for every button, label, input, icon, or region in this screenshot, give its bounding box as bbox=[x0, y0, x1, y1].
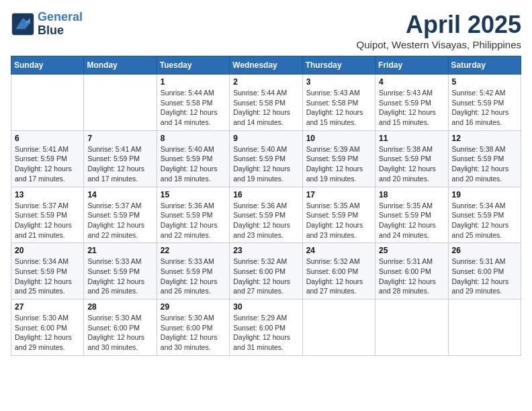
day-info: Sunrise: 5:34 AM Sunset: 5:59 PM Dayligh… bbox=[15, 257, 80, 296]
calendar-day-25: 25Sunrise: 5:31 AM Sunset: 6:00 PM Dayli… bbox=[375, 243, 448, 300]
day-number: 8 bbox=[161, 134, 226, 143]
day-info: Sunrise: 5:40 AM Sunset: 5:59 PM Dayligh… bbox=[233, 144, 298, 184]
calendar-day-16: 16Sunrise: 5:36 AM Sunset: 5:59 PM Dayli… bbox=[230, 187, 302, 243]
day-number: 17 bbox=[306, 190, 371, 199]
weekday-header-tuesday: Tuesday bbox=[157, 56, 229, 75]
logo: General Blue bbox=[11, 11, 83, 38]
day-info: Sunrise: 5:36 AM Sunset: 5:59 PM Dayligh… bbox=[161, 201, 226, 240]
day-number: 20 bbox=[15, 246, 80, 255]
day-number: 25 bbox=[379, 246, 444, 255]
calendar-empty bbox=[302, 300, 375, 356]
calendar-body: 1Sunrise: 5:44 AM Sunset: 5:58 PM Daylig… bbox=[11, 75, 521, 356]
day-info: Sunrise: 5:37 AM Sunset: 5:59 PM Dayligh… bbox=[15, 201, 80, 240]
calendar-empty bbox=[11, 75, 84, 131]
day-number: 22 bbox=[161, 246, 226, 255]
logo-text: General Blue bbox=[38, 11, 83, 38]
calendar-day-15: 15Sunrise: 5:36 AM Sunset: 5:59 PM Dayli… bbox=[157, 187, 229, 243]
day-number: 26 bbox=[452, 246, 517, 255]
day-info: Sunrise: 5:43 AM Sunset: 5:59 PM Dayligh… bbox=[379, 88, 444, 128]
day-number: 16 bbox=[233, 190, 298, 199]
calendar-day-6: 6Sunrise: 5:41 AM Sunset: 5:59 PM Daylig… bbox=[11, 130, 84, 187]
location: Quipot, Western Visayas, Philippines bbox=[357, 39, 521, 50]
calendar-week-2: 6Sunrise: 5:41 AM Sunset: 5:59 PM Daylig… bbox=[11, 130, 521, 187]
day-info: Sunrise: 5:38 AM Sunset: 5:59 PM Dayligh… bbox=[379, 144, 444, 184]
calendar-day-11: 11Sunrise: 5:38 AM Sunset: 5:59 PM Dayli… bbox=[375, 130, 448, 187]
calendar-day-20: 20Sunrise: 5:34 AM Sunset: 5:59 PM Dayli… bbox=[11, 243, 84, 300]
calendar-day-24: 24Sunrise: 5:32 AM Sunset: 6:00 PM Dayli… bbox=[302, 243, 375, 300]
day-info: Sunrise: 5:32 AM Sunset: 6:00 PM Dayligh… bbox=[306, 257, 371, 296]
calendar-day-13: 13Sunrise: 5:37 AM Sunset: 5:59 PM Dayli… bbox=[11, 187, 84, 243]
day-info: Sunrise: 5:44 AM Sunset: 5:58 PM Dayligh… bbox=[161, 88, 226, 128]
calendar-day-30: 30Sunrise: 5:29 AM Sunset: 6:00 PM Dayli… bbox=[230, 300, 302, 356]
day-info: Sunrise: 5:31 AM Sunset: 6:00 PM Dayligh… bbox=[379, 257, 444, 296]
calendar-empty bbox=[448, 300, 521, 356]
weekday-header-thursday: Thursday bbox=[302, 56, 375, 75]
calendar-day-9: 9Sunrise: 5:40 AM Sunset: 5:59 PM Daylig… bbox=[230, 130, 302, 187]
title-block: April 2025 Quipot, Western Visayas, Phil… bbox=[357, 11, 521, 50]
day-number: 14 bbox=[87, 190, 152, 199]
day-info: Sunrise: 5:38 AM Sunset: 5:59 PM Dayligh… bbox=[452, 144, 517, 184]
day-number: 11 bbox=[379, 134, 444, 143]
calendar-day-21: 21Sunrise: 5:33 AM Sunset: 5:59 PM Dayli… bbox=[84, 243, 157, 300]
calendar-day-17: 17Sunrise: 5:35 AM Sunset: 5:59 PM Dayli… bbox=[302, 187, 375, 243]
day-number: 9 bbox=[233, 134, 298, 143]
calendar-day-7: 7Sunrise: 5:41 AM Sunset: 5:59 PM Daylig… bbox=[84, 130, 157, 187]
weekday-header-saturday: Saturday bbox=[448, 56, 521, 75]
calendar-day-10: 10Sunrise: 5:39 AM Sunset: 5:59 PM Dayli… bbox=[302, 130, 375, 187]
calendar-day-1: 1Sunrise: 5:44 AM Sunset: 5:58 PM Daylig… bbox=[157, 75, 229, 131]
day-info: Sunrise: 5:37 AM Sunset: 5:59 PM Dayligh… bbox=[87, 201, 152, 240]
calendar-day-4: 4Sunrise: 5:43 AM Sunset: 5:59 PM Daylig… bbox=[375, 75, 448, 131]
day-info: Sunrise: 5:30 AM Sunset: 6:00 PM Dayligh… bbox=[87, 313, 152, 353]
day-number: 30 bbox=[233, 302, 298, 312]
day-info: Sunrise: 5:29 AM Sunset: 6:00 PM Dayligh… bbox=[233, 313, 298, 353]
day-info: Sunrise: 5:30 AM Sunset: 6:00 PM Dayligh… bbox=[15, 313, 80, 353]
day-number: 12 bbox=[452, 134, 517, 143]
day-number: 15 bbox=[161, 190, 226, 199]
calendar-day-28: 28Sunrise: 5:30 AM Sunset: 6:00 PM Dayli… bbox=[84, 300, 157, 356]
day-info: Sunrise: 5:41 AM Sunset: 5:59 PM Dayligh… bbox=[15, 144, 80, 184]
day-number: 13 bbox=[15, 190, 80, 199]
calendar-week-1: 1Sunrise: 5:44 AM Sunset: 5:58 PM Daylig… bbox=[11, 75, 521, 131]
calendar-day-19: 19Sunrise: 5:34 AM Sunset: 5:59 PM Dayli… bbox=[448, 187, 521, 243]
day-number: 24 bbox=[306, 246, 371, 255]
calendar-day-5: 5Sunrise: 5:42 AM Sunset: 5:59 PM Daylig… bbox=[448, 75, 521, 131]
day-number: 1 bbox=[161, 77, 226, 87]
calendar-week-5: 27Sunrise: 5:30 AM Sunset: 6:00 PM Dayli… bbox=[11, 300, 521, 356]
calendar-day-12: 12Sunrise: 5:38 AM Sunset: 5:59 PM Dayli… bbox=[448, 130, 521, 187]
day-number: 21 bbox=[87, 246, 152, 255]
calendar-empty bbox=[84, 75, 157, 131]
day-info: Sunrise: 5:36 AM Sunset: 5:59 PM Dayligh… bbox=[233, 201, 298, 240]
weekday-header-wednesday: Wednesday bbox=[230, 56, 302, 75]
day-number: 10 bbox=[306, 134, 371, 143]
day-number: 19 bbox=[452, 190, 517, 199]
day-info: Sunrise: 5:35 AM Sunset: 5:59 PM Dayligh… bbox=[306, 201, 371, 240]
calendar-day-27: 27Sunrise: 5:30 AM Sunset: 6:00 PM Dayli… bbox=[11, 300, 84, 356]
day-info: Sunrise: 5:33 AM Sunset: 5:59 PM Dayligh… bbox=[161, 257, 226, 296]
day-number: 28 bbox=[87, 302, 152, 312]
day-info: Sunrise: 5:39 AM Sunset: 5:59 PM Dayligh… bbox=[306, 144, 371, 184]
day-info: Sunrise: 5:40 AM Sunset: 5:59 PM Dayligh… bbox=[161, 144, 226, 184]
day-number: 7 bbox=[87, 134, 152, 143]
calendar-empty bbox=[375, 300, 448, 356]
calendar-day-23: 23Sunrise: 5:32 AM Sunset: 6:00 PM Dayli… bbox=[230, 243, 302, 300]
day-number: 23 bbox=[233, 246, 298, 255]
weekday-header-monday: Monday bbox=[84, 56, 157, 75]
calendar-day-14: 14Sunrise: 5:37 AM Sunset: 5:59 PM Dayli… bbox=[84, 187, 157, 243]
day-number: 5 bbox=[452, 77, 517, 87]
calendar-day-26: 26Sunrise: 5:31 AM Sunset: 6:00 PM Dayli… bbox=[448, 243, 521, 300]
weekday-header-sunday: Sunday bbox=[11, 56, 84, 75]
logo-icon bbox=[11, 12, 35, 36]
month-title: April 2025 bbox=[357, 11, 521, 39]
calendar-week-4: 20Sunrise: 5:34 AM Sunset: 5:59 PM Dayli… bbox=[11, 243, 521, 300]
calendar-day-8: 8Sunrise: 5:40 AM Sunset: 5:59 PM Daylig… bbox=[157, 130, 229, 187]
day-number: 18 bbox=[379, 190, 444, 199]
day-info: Sunrise: 5:32 AM Sunset: 6:00 PM Dayligh… bbox=[233, 257, 298, 296]
calendar-day-18: 18Sunrise: 5:35 AM Sunset: 5:59 PM Dayli… bbox=[375, 187, 448, 243]
day-number: 27 bbox=[15, 302, 80, 312]
day-info: Sunrise: 5:35 AM Sunset: 5:59 PM Dayligh… bbox=[379, 201, 444, 240]
day-info: Sunrise: 5:42 AM Sunset: 5:59 PM Dayligh… bbox=[452, 88, 517, 128]
calendar-table: SundayMondayTuesdayWednesdayThursdayFrid… bbox=[11, 56, 521, 356]
day-number: 6 bbox=[15, 134, 80, 143]
day-info: Sunrise: 5:41 AM Sunset: 5:59 PM Dayligh… bbox=[87, 144, 152, 184]
page-header: General Blue April 2025 Quipot, Western … bbox=[11, 11, 521, 50]
